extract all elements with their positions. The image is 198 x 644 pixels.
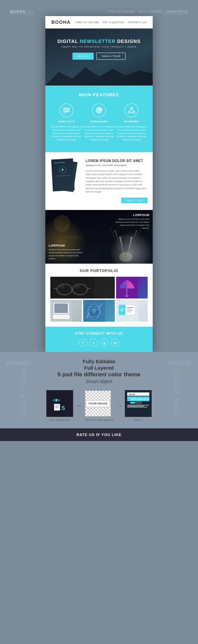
- svg-line-8: [132, 109, 134, 111]
- content-subtitle: aliquip ex ea commodo consequat: [86, 164, 148, 167]
- hero-btn-tour[interactable]: TAKE A TOUR: [96, 53, 126, 60]
- hero-subtitle: SMART WAY TO SHOWCASE YOUR PRODUCT / SER…: [52, 46, 146, 48]
- content-title: LOREM IPSUM DOLOR SIT AMET: [86, 159, 148, 163]
- step-2-box: YOUR IMAGE: [85, 390, 111, 417]
- blue-shape-svg: [83, 300, 105, 322]
- photo-svg: [50, 300, 72, 322]
- arrow-1: →: [76, 402, 82, 410]
- hero-title-highlight: NEWSLETTER: [80, 39, 115, 44]
- outer-nav-item-1[interactable]: FIND US ONLINE: [108, 10, 135, 13]
- step-1: S EDIT CONTENT: [46, 390, 73, 422]
- svg-rect-15: [50, 277, 94, 299]
- svg-line-7: [130, 109, 132, 111]
- svg-text:DIGITAL NEWSLETTER: DIGITAL NEWSLETTER: [131, 398, 150, 400]
- content-text: LOREM IPSUM DOLOR SIT AMET aliquip ex ea…: [86, 159, 148, 204]
- svg-rect-36: [127, 309, 132, 310]
- svg-rect-0: [63, 108, 70, 109]
- split-left-desc: aliquip ex ea commodo conse-quat blandit…: [49, 248, 86, 260]
- social-icon-twitter[interactable]: t: [90, 339, 98, 347]
- svg-rect-27: [54, 304, 68, 313]
- feature-simplicity: SIMPLICITY suscipe lobortis nisl ut aliq…: [50, 103, 83, 142]
- portfolio-grid: [50, 277, 148, 322]
- svg-rect-55: [127, 407, 147, 408]
- svg-rect-28: [53, 315, 69, 319]
- feature-desc-organized: suscipe lobortis nisl ut aliquip ex ea c…: [83, 125, 115, 142]
- portfolio-item-glasses: [50, 277, 115, 299]
- features-title: MAIN FEATURES: [50, 92, 148, 97]
- step-3: BOOHA DIGITAL NEWSLETTER SAVE !: [125, 390, 152, 422]
- steps-row: S EDIT CONTENT → YOUR IMAGE PASTE YOUR I…: [10, 390, 188, 422]
- social-icon-facebook[interactable]: f: [79, 339, 87, 347]
- svg-rect-38: [127, 312, 131, 312]
- paste-your-image-label: YOUR IMAGE: [88, 402, 108, 406]
- portfolio-item-card: [116, 300, 148, 322]
- portfolio-section: OUR PORTOPOLIO: [45, 264, 153, 327]
- portfolio-item-blue: [83, 300, 115, 322]
- card-logo: BOOHA: [51, 19, 70, 25]
- content-section: MAIN FEATURES MAIN FEATURES Lorem ipsum …: [45, 152, 153, 210]
- pie-icon: [95, 107, 103, 114]
- rate-bar: RATE US IF YOU LIKE: [0, 428, 198, 441]
- hero-content: DIGITAL NEWSLETTER DESIGNS SMART WAY TO …: [45, 29, 153, 66]
- svg-rect-1: [63, 109, 70, 110]
- social-icon-linkedin[interactable]: in: [111, 339, 119, 347]
- svg-point-6: [133, 111, 135, 113]
- svg-point-21: [59, 285, 65, 288]
- card-nav-item-1[interactable]: FIND US ONLINE: [76, 21, 99, 24]
- content-tour-btn[interactable]: TAKE A TOUR: [121, 198, 148, 203]
- step-3-label: SAVE !: [125, 419, 152, 422]
- svg-rect-35: [127, 307, 134, 308]
- list-icon: [63, 108, 70, 113]
- hero-btn-find-us[interactable]: FIND US: [72, 53, 94, 60]
- svg-rect-37: [127, 310, 133, 311]
- content-image-brochure: MAIN FEATURES MAIN FEATURES Lorem ipsum …: [50, 159, 81, 196]
- arrow-2: →: [116, 402, 122, 410]
- svg-rect-43: [55, 406, 58, 407]
- outer-nav-item-3[interactable]: CONTACT US: [167, 10, 188, 13]
- feature-icon-network: [125, 103, 139, 117]
- social-icon-google[interactable]: g: [100, 339, 108, 347]
- brochure: MAIN FEATURES MAIN FEATURES Lorem ipsum …: [50, 159, 79, 196]
- portfolio-item-umbrellas: [116, 277, 148, 299]
- split-right-panel: LORPSUM aliquip ex ea commodo conse-quat…: [99, 210, 153, 264]
- card-nav: FIND US ONLINE GET A QUOTES CONTACT US: [76, 21, 147, 24]
- promo-line4: Smart object: [10, 379, 188, 384]
- step-2-label: PASTE YOUR IMAGE: [85, 419, 114, 422]
- svg-point-34: [120, 308, 124, 312]
- split-section: LORPSUM aliquip ex ea commodo conse-quat…: [45, 210, 153, 264]
- hero-buttons: FIND US TAKE A TOUR: [52, 53, 146, 60]
- svg-point-5: [128, 111, 130, 113]
- step-2: YOUR IMAGE PASTE YOUR IMAGE: [85, 390, 114, 422]
- split-left-panel: LORPSUM aliquip ex ea commodo conse-quat…: [45, 210, 99, 264]
- svg-rect-44: [55, 407, 59, 408]
- card-nav-item-3[interactable]: CONTACT US: [128, 21, 147, 24]
- promo-line3: 5 psd file different color theme: [10, 371, 188, 378]
- hero-title: DIGITAL NEWSLETTER DESIGNS: [52, 39, 146, 44]
- brochure-play-icon: [61, 168, 64, 172]
- feature-organized: ORGANIZED suscipe lobortis nisl ut aliqu…: [83, 103, 115, 142]
- umbrellas-svg: [116, 277, 138, 299]
- feature-desc-simplicity: suscipe lobortis nisl ut aliquip ex ea c…: [50, 125, 83, 142]
- feature-icon-simplicity: [59, 103, 73, 117]
- svg-point-22: [75, 285, 80, 288]
- hero-title-part1: DIGITAL: [57, 39, 80, 44]
- card-nav-item-2[interactable]: GET A QUOTES: [103, 21, 125, 24]
- step-1-label: EDIT CONTENT: [46, 419, 73, 422]
- split-right-text: LORPSUM aliquip ex ea commodo conse-quat…: [112, 213, 149, 230]
- svg-point-4: [131, 107, 133, 109]
- svg-point-40: [55, 399, 57, 401]
- outer-nav-item-2[interactable]: GET A QUOTES: [139, 10, 163, 13]
- hero-title-part2: DESIGNS: [115, 39, 141, 44]
- svg-rect-3: [63, 113, 67, 113]
- main-card: BOOHA FIND US ONLINE GET A QUOTES CONTAC…: [45, 16, 153, 352]
- svg-rect-51: [130, 402, 135, 404]
- step-1-box: S: [46, 390, 73, 417]
- feature-name-simplicity: SIMPLICITY: [50, 120, 83, 123]
- promo-section: envato envato LOREM IPSUM DOLOR AMET Ful…: [0, 352, 198, 428]
- social-title: STAY CONNECT WITH US: [50, 332, 148, 335]
- card-header: BOOHA FIND US ONLINE GET A QUOTES CONTAC…: [45, 16, 153, 29]
- feature-icon-organized: [92, 103, 106, 117]
- step1-svg: S: [51, 395, 68, 412]
- paste-label-box: YOUR IMAGE: [86, 400, 110, 408]
- glasses-svg: [50, 277, 94, 299]
